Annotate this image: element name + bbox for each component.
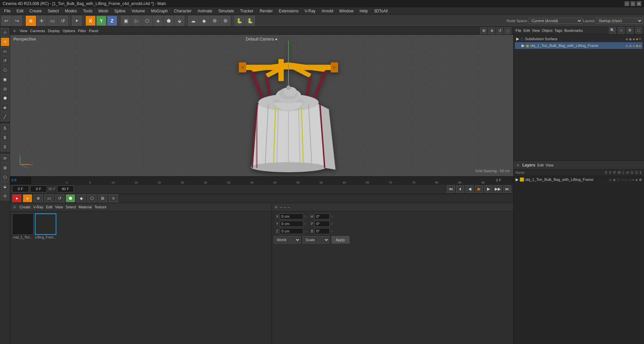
transform-tool-button[interactable]: ↺ bbox=[58, 16, 68, 26]
tree-item-object[interactable]: ▶ ▣ obj_1_Ton_Bulk_Bag_with_Lifting_Fram… bbox=[515, 42, 643, 49]
viewport-btn-2[interactable]: ⊕ bbox=[488, 27, 495, 34]
material-swatch-2[interactable]: Lifting_Fram... bbox=[35, 213, 56, 342]
object-tree[interactable]: ▶ ⬡ Subdivision Surface ◈◉◈ ■ ✕ ▶ ▣ obj_… bbox=[514, 34, 644, 160]
perspective-button[interactable]: ⬙ bbox=[174, 16, 184, 26]
mat-menu-vray[interactable]: V-Ray bbox=[33, 205, 43, 209]
play-btn[interactable]: ▶ bbox=[475, 185, 483, 193]
viewport-btn-1[interactable]: ⊞ bbox=[480, 27, 487, 34]
menu-create[interactable]: Create bbox=[27, 8, 44, 14]
material-swatch-1[interactable]: mat_1_Ton... bbox=[12, 213, 34, 342]
attr-menu-1[interactable]: -- bbox=[280, 205, 282, 209]
tec-key-btn[interactable]: ⬟ bbox=[66, 194, 75, 202]
menu-modes[interactable]: Modes bbox=[62, 8, 79, 14]
menu-render[interactable]: Render bbox=[257, 8, 275, 14]
coord-y-pos[interactable] bbox=[280, 221, 303, 227]
menu-arnold[interactable]: Arnold bbox=[319, 8, 336, 14]
move-tool-button[interactable]: ⊕ bbox=[26, 16, 36, 26]
menu-3dtoall[interactable]: 3DToAll bbox=[371, 8, 390, 14]
mat-menu-create[interactable]: Create bbox=[19, 205, 31, 209]
node-space-dropdown[interactable]: Current (Arnold) bbox=[529, 18, 582, 24]
obj-filter-btn[interactable]: ☆ bbox=[618, 27, 625, 34]
left-tool-6[interactable]: ▣ bbox=[1, 75, 9, 84]
left-tool-4[interactable]: ↺ bbox=[1, 56, 9, 65]
tec-auto-btn[interactable]: ● bbox=[23, 194, 32, 202]
add-button[interactable]: ✦ bbox=[72, 16, 82, 26]
menu-character[interactable]: Character bbox=[171, 8, 194, 14]
mat-menu-texture[interactable]: Texture bbox=[95, 205, 107, 209]
left-tool-2[interactable]: ✛ bbox=[1, 38, 9, 46]
maximize-button[interactable]: □ bbox=[631, 1, 635, 6]
material-hamburger[interactable]: ≡ bbox=[12, 204, 17, 210]
left-tool-8[interactable]: ⬟ bbox=[1, 94, 9, 102]
tec-sel-btn[interactable]: ▭ bbox=[44, 194, 54, 202]
menu-animate[interactable]: Animate bbox=[195, 8, 215, 14]
next-frame-btn[interactable]: ▶ bbox=[484, 185, 492, 193]
point-mode-button[interactable]: ◈ bbox=[153, 16, 163, 26]
menu-tracker[interactable]: Tracker bbox=[237, 8, 256, 14]
menu-mesh[interactable]: Mesh bbox=[96, 8, 111, 14]
menu-select[interactable]: Select bbox=[45, 8, 61, 14]
tec-anim-btn[interactable]: ⬡ bbox=[87, 194, 97, 202]
obj-menu-edit[interactable]: Edit bbox=[524, 28, 530, 32]
render-button[interactable]: ⚙ bbox=[210, 16, 220, 26]
layer-row-1[interactable]: ▶ obj_1_Ton_Bulk_Bag_with_Lifting_Frame … bbox=[514, 176, 644, 183]
menu-mograph[interactable]: MoGraph bbox=[148, 8, 170, 14]
tec-pos-btn[interactable]: ⊕ bbox=[34, 194, 43, 202]
tec-motion-btn[interactable]: ◆ bbox=[76, 194, 86, 202]
layout-dropdown[interactable]: Startup (User) bbox=[596, 18, 643, 24]
viewport-menu-cameras[interactable]: Cameras bbox=[30, 29, 45, 33]
left-tool-misc1[interactable]: ⬙ bbox=[1, 182, 9, 191]
obj-search-btn[interactable]: 🔍 bbox=[609, 27, 616, 34]
left-tool-9[interactable]: ◈ bbox=[1, 103, 9, 112]
minimize-button[interactable]: ─ bbox=[625, 1, 629, 6]
python-button[interactable]: 🐍 bbox=[245, 16, 255, 26]
mat-menu-select[interactable]: Select bbox=[66, 205, 76, 209]
left-tool-7[interactable]: ◎ bbox=[1, 84, 9, 93]
obj-menu-tags[interactable]: Tags bbox=[554, 28, 562, 32]
sculpt-button[interactable]: 🐍 bbox=[234, 16, 244, 26]
edge-mode-button[interactable]: ⬡ bbox=[142, 16, 152, 26]
apply-button[interactable]: Apply bbox=[331, 236, 350, 244]
obj-menu-view[interactable]: View bbox=[532, 28, 540, 32]
scale-tool-button[interactable]: ✛ bbox=[37, 16, 47, 26]
left-tool-s1[interactable]: S bbox=[1, 124, 9, 133]
z-axis-button[interactable]: Z bbox=[107, 16, 117, 26]
last-frame-btn[interactable]: ⏭ bbox=[503, 185, 511, 193]
left-tool-hex[interactable]: ⬡ bbox=[1, 173, 9, 182]
viewport-menu-filter[interactable]: Filter bbox=[78, 29, 86, 33]
tec-extra-btn[interactable]: ≡ bbox=[109, 194, 118, 202]
left-tool-s2[interactable]: $ bbox=[1, 133, 9, 142]
viewport-btn-4[interactable]: □ bbox=[504, 27, 511, 34]
layers-content[interactable]: ▶ obj_1_Ton_Bulk_Bag_with_Lifting_Frame … bbox=[514, 176, 644, 344]
layers-hamburger[interactable]: ≡ bbox=[516, 162, 520, 168]
tree-item-subdivision[interactable]: ▶ ⬡ Subdivision Surface ◈◉◈ ■ ✕ bbox=[515, 36, 643, 42]
poly-mode-button[interactable]: ▷ bbox=[131, 16, 142, 26]
menu-file[interactable]: File bbox=[1, 8, 13, 14]
tec-rot-btn[interactable]: ↺ bbox=[55, 194, 64, 202]
left-tool-3[interactable]: ▭ bbox=[1, 47, 9, 56]
left-tool-bend[interactable]: ⟳ bbox=[1, 154, 9, 163]
viewport-menu-panel[interactable]: Panel bbox=[89, 29, 98, 33]
prev-keyframe-btn[interactable]: ⏴ bbox=[456, 185, 464, 193]
viewport-btn-3[interactable]: ↺ bbox=[496, 27, 503, 34]
rotate-tool-button[interactable]: ▭ bbox=[47, 16, 57, 26]
undo-button[interactable]: ↩ bbox=[1, 16, 11, 26]
y-axis-button[interactable]: Y bbox=[96, 16, 106, 26]
viewport-menu-view[interactable]: View bbox=[19, 29, 28, 33]
coord-h-rot[interactable] bbox=[315, 213, 330, 219]
obj-menu-object[interactable]: Object bbox=[542, 28, 552, 32]
frame-start-input[interactable] bbox=[12, 186, 29, 192]
left-tool-5[interactable]: ⬡ bbox=[1, 66, 9, 74]
menu-window[interactable]: Window bbox=[336, 8, 356, 14]
world-dropdown[interactable]: World Object bbox=[274, 236, 301, 244]
viewport-menu-display[interactable]: Display bbox=[48, 29, 60, 33]
mat-menu-material[interactable]: Material bbox=[78, 205, 92, 209]
layers-menu-view[interactable]: View bbox=[546, 163, 554, 167]
close-button[interactable]: ✕ bbox=[637, 1, 641, 6]
settings-button[interactable]: ⚙ bbox=[220, 16, 230, 26]
next-keyframe-btn[interactable]: ▶▶ bbox=[494, 185, 502, 193]
x-axis-button[interactable]: X bbox=[86, 16, 96, 26]
menu-volume[interactable]: Volume bbox=[129, 8, 148, 14]
obj-fullscreen-btn[interactable]: □ bbox=[635, 27, 642, 34]
menu-extensions[interactable]: Extensions bbox=[276, 8, 301, 14]
